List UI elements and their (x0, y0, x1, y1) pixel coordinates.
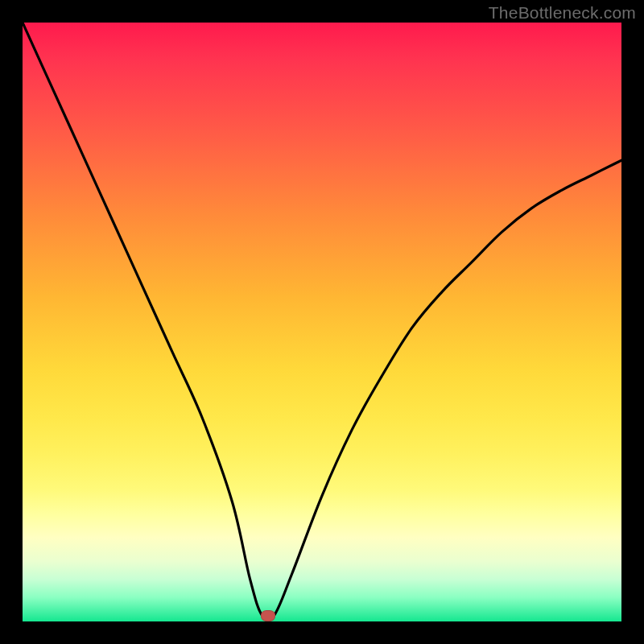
plot-area (23, 23, 621, 621)
optimum-marker (261, 610, 275, 621)
curve-svg (23, 23, 621, 621)
bottleneck-curve-path (23, 23, 621, 621)
chart-frame: TheBottleneck.com (0, 0, 644, 644)
watermark-text: TheBottleneck.com (489, 3, 636, 23)
